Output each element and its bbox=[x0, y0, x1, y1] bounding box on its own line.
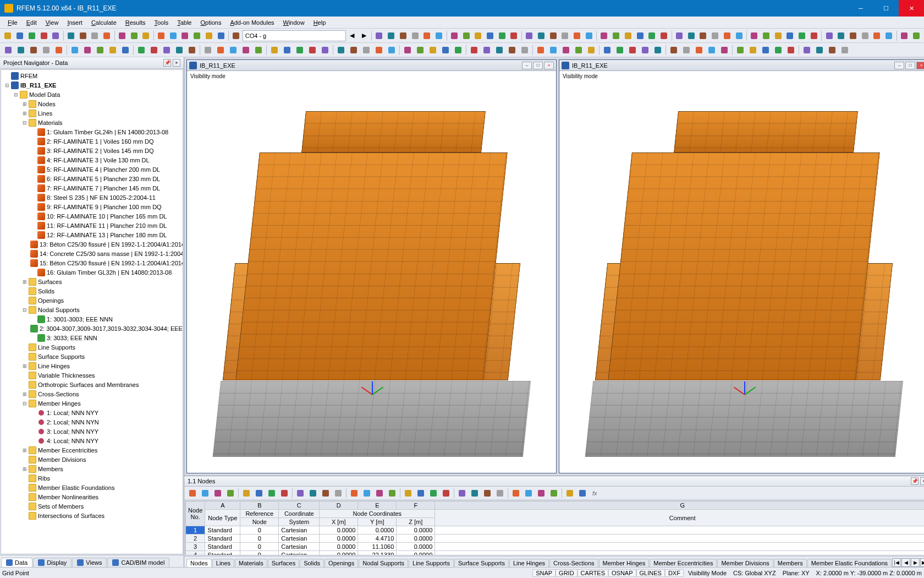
toolbar-button[interactable] bbox=[547, 44, 559, 56]
toolbar-button[interactable] bbox=[646, 30, 658, 42]
tree-member-div[interactable]: Member Divisions bbox=[1, 455, 183, 464]
view-right-maximize[interactable]: □ bbox=[905, 62, 915, 69]
data-tab-cross-sections[interactable]: Cross-Sections bbox=[549, 559, 598, 567]
toolbar-button[interactable] bbox=[848, 30, 859, 42]
toolbar-button[interactable] bbox=[494, 487, 506, 499]
tree-ribs[interactable]: Ribs bbox=[1, 473, 183, 483]
toolbar-button[interactable] bbox=[535, 487, 547, 499]
navigator-tree[interactable]: RFEM⊟IB_R11_EXE⊟Model Data⊞Nodes⊞Lines⊟M… bbox=[1, 69, 183, 554]
toolbar-button[interactable] bbox=[50, 30, 62, 42]
tree-member-hinge-item[interactable]: 1: Local; NNN NYY bbox=[1, 408, 183, 417]
navigator-pin-button[interactable]: 📌 bbox=[163, 59, 171, 67]
toolbar-button[interactable] bbox=[307, 487, 319, 499]
tree-material-item[interactable]: 3: RF-LAMINATE 2 | Voiles 145 mm DQ bbox=[1, 146, 183, 155]
toolbar-button[interactable] bbox=[448, 30, 460, 42]
toolbar-button[interactable] bbox=[718, 44, 730, 56]
tree-material-item[interactable]: 5: RF-LAMINATE 4 | Plancher 200 mm DL bbox=[1, 165, 183, 174]
toolbar-button[interactable] bbox=[215, 30, 227, 42]
tree-member-elastic[interactable]: Member Elastic Foundations bbox=[1, 483, 183, 492]
tree-material-item[interactable]: 10: RF-LAMINATE 10 | Plancher 165 mm DL bbox=[1, 211, 183, 221]
loadcase-nav[interactable]: ◀ bbox=[346, 30, 358, 42]
tree-material-item[interactable]: 14: Concrete C25/30 sans masse | EN 1992… bbox=[1, 249, 183, 258]
toolbar-button[interactable] bbox=[721, 30, 733, 42]
toolbar-button[interactable] bbox=[320, 487, 332, 499]
toolbar-button[interactable] bbox=[101, 30, 113, 42]
toolbar-button[interactable] bbox=[40, 44, 52, 56]
data-tab-materials[interactable]: Materials bbox=[235, 559, 267, 567]
toolbar-button[interactable] bbox=[253, 487, 265, 499]
tree-material-item[interactable]: 16: Glulam Timber GL32h | EN 14080:2013-… bbox=[1, 268, 183, 277]
tab-nav-button[interactable]: ▶ bbox=[911, 558, 920, 567]
toolbar-button[interactable] bbox=[2, 30, 14, 42]
status-toggle-cartes[interactable]: CARTES bbox=[578, 569, 608, 577]
tree-member-hinge-item[interactable]: 4: Local; NNN NYY bbox=[1, 436, 183, 445]
toolbar-button[interactable] bbox=[204, 30, 215, 42]
maximize-button[interactable]: ☐ bbox=[873, 0, 899, 17]
toolbar-button[interactable] bbox=[749, 30, 760, 42]
navigator-close-button[interactable]: × bbox=[173, 59, 180, 67]
toolbar-button[interactable] bbox=[706, 44, 718, 56]
toolbar-button[interactable] bbox=[360, 44, 372, 56]
toolbar-button[interactable] bbox=[481, 487, 493, 499]
toolbar-button[interactable] bbox=[386, 487, 398, 499]
toolbar-button[interactable] bbox=[202, 44, 214, 56]
toolbar-button[interactable] bbox=[240, 44, 252, 56]
toolbar-button[interactable] bbox=[685, 30, 697, 42]
tree-solids[interactable]: Solids bbox=[1, 286, 183, 296]
toolbar-button[interactable] bbox=[179, 30, 191, 42]
toolbar-button[interactable] bbox=[94, 44, 106, 56]
toolbar-button[interactable] bbox=[733, 30, 745, 42]
toolbar-button[interactable] bbox=[468, 44, 480, 56]
status-toggle-osnap[interactable]: OSNAP bbox=[608, 569, 636, 577]
toolbar-button[interactable] bbox=[535, 44, 547, 56]
navigator-tab-display[interactable]: Display bbox=[33, 558, 72, 567]
tree-nodal-support-item[interactable]: 1: 3001-3003; EEE NNN bbox=[1, 314, 183, 324]
toolbar-button[interactable] bbox=[823, 30, 835, 42]
toolbar-button[interactable] bbox=[332, 487, 344, 499]
toolbar-button[interactable] bbox=[796, 30, 808, 42]
toolbar-button[interactable] bbox=[427, 487, 439, 499]
toolbar-button[interactable] bbox=[626, 44, 639, 56]
toolbar-button[interactable] bbox=[772, 30, 784, 42]
data-tab-members[interactable]: Members bbox=[774, 559, 807, 567]
toolbar-button[interactable] bbox=[506, 44, 518, 56]
menu-edit[interactable]: Edit bbox=[22, 18, 41, 28]
toolbar-button[interactable] bbox=[53, 44, 65, 56]
toolbar-button[interactable] bbox=[135, 44, 147, 56]
toolbar-button[interactable] bbox=[319, 44, 331, 56]
toolbar-button[interactable] bbox=[747, 44, 759, 56]
toolbar-button[interactable] bbox=[547, 30, 559, 42]
tree-material-item[interactable]: 15: Béton C25/30 fissuré | EN 1992-1-1:2… bbox=[1, 258, 183, 268]
tree-material-item[interactable]: 8: Steel S 235 | NF EN 10025-2:2004-11 bbox=[1, 193, 183, 202]
toolbar-button[interactable] bbox=[634, 30, 646, 42]
toolbar-button[interactable] bbox=[564, 487, 576, 499]
navigator-tab-cad-bim-model[interactable]: CAD/BIM model bbox=[107, 558, 169, 567]
menu-table[interactable]: Table bbox=[173, 18, 196, 28]
toolbar-button[interactable] bbox=[186, 487, 199, 499]
table-row[interactable]: 1Standard0Cartesian0.00000.00000.0000 bbox=[186, 526, 925, 535]
toolbar-button[interactable] bbox=[601, 44, 613, 56]
toolbar-button[interactable] bbox=[294, 44, 306, 56]
toolbar-button[interactable] bbox=[386, 30, 397, 42]
toolbar-button[interactable] bbox=[693, 44, 705, 56]
toolbar-button[interactable] bbox=[583, 30, 595, 42]
toolbar-button[interactable] bbox=[835, 30, 847, 42]
tree-root[interactable]: RFEM bbox=[1, 71, 183, 80]
toolbar-button[interactable] bbox=[116, 30, 128, 42]
tree-material-item[interactable]: 1: Glulam Timber GL24h | EN 14080:2013-0… bbox=[1, 127, 183, 137]
toolbar-button[interactable] bbox=[227, 44, 239, 56]
toolbar-button[interactable] bbox=[199, 487, 211, 499]
toolbar-button[interactable] bbox=[348, 487, 360, 499]
loadcase-combo[interactable] bbox=[243, 30, 346, 41]
toolbar-button[interactable] bbox=[614, 44, 626, 56]
toolbar-button[interactable] bbox=[156, 30, 167, 42]
toolbar-button[interactable] bbox=[623, 30, 634, 42]
toolbar-button[interactable] bbox=[481, 44, 493, 56]
toolbar-button[interactable] bbox=[215, 44, 227, 56]
toolbar-button[interactable] bbox=[440, 487, 452, 499]
toolbar-button[interactable] bbox=[519, 44, 531, 56]
status-toggle-snap[interactable]: SNAP bbox=[532, 569, 556, 577]
tree-cross-sections[interactable]: ⊞Cross-Sections bbox=[1, 389, 183, 399]
view-left-canvas[interactable]: Visibility mode bbox=[187, 71, 556, 473]
table-pin-button[interactable]: 📌 bbox=[911, 477, 919, 485]
